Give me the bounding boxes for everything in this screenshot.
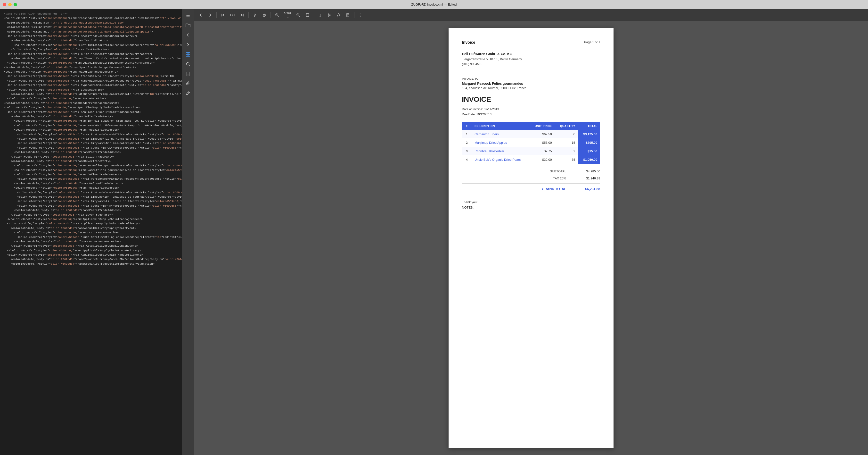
page-info: 1 / 1 — [228, 13, 237, 17]
search-icon[interactable] — [184, 60, 192, 68]
minimize-button[interactable] — [8, 3, 12, 6]
buyer-address: 184, chaussée de Tournai, 59000, Lille F… — [462, 86, 600, 90]
subtotal-value: $4,985.50 — [578, 169, 600, 173]
col-header-num: # — [462, 122, 472, 130]
tax-value: $1,246.38 — [578, 176, 600, 180]
toolbar-separator-1 — [216, 12, 217, 18]
sidebar: ☰ — [182, 9, 194, 455]
forward-icon[interactable] — [184, 40, 192, 49]
invoice-to-section: INVOICE TO: Margaret Peacock Folies gour… — [462, 77, 600, 90]
row-quantity: 50 — [555, 130, 578, 138]
hand-tool-button[interactable] — [260, 11, 268, 19]
toolbar-separator-4 — [314, 12, 314, 18]
tax-label: TAX 25% — [532, 176, 566, 180]
thank-you-text: Thank you! — [462, 200, 600, 205]
grand-total-row: GRAND TOTAL $6,231.88 — [462, 185, 600, 193]
table-row: 3 Rhönbräu Klosterbier $7.75 2 $15.50 — [462, 147, 600, 155]
col-header-total: TOTAL — [578, 122, 600, 130]
svg-point-12 — [361, 13, 361, 14]
more-options-button[interactable] — [357, 11, 365, 19]
row-quantity: 35 — [555, 155, 578, 164]
totals-section: SUBTOTAL $4,985.50 TAX 25% $1,246.38 GRA… — [462, 168, 600, 193]
row-desc: Rhönbräu Klosterbier — [472, 147, 529, 155]
sidebar-toggle-icon[interactable]: ☰ — [184, 11, 192, 20]
due-date-value: 10/12/2013 — [476, 113, 492, 116]
toolbar-separator-2 — [248, 12, 249, 18]
col-header-unit-price: UNIT PRICE — [529, 122, 555, 130]
date-of-invoice-row: Date of Invoice: 09/14/2013 — [462, 107, 600, 112]
buyer-name: Margaret Peacock Folies gourmandes — [462, 82, 600, 85]
back-icon[interactable] — [184, 31, 192, 39]
pdf-back-button[interactable] — [197, 11, 205, 19]
invoice-to-label: INVOICE TO: — [462, 77, 600, 80]
zoom-out-button[interactable] — [294, 11, 302, 19]
table-row: 1 Carnarvon Tigers $62.50 50 $3,125.00 — [462, 130, 600, 138]
tax-row: TAX 25% $1,246.38 — [462, 175, 600, 182]
open-file-icon[interactable] — [184, 21, 192, 30]
scissors-tool-button[interactable] — [326, 11, 333, 19]
bookmark-icon[interactable] — [184, 69, 192, 78]
col-header-desc: DESCRIPTION — [472, 122, 529, 130]
row-quantity: 15 — [555, 138, 578, 147]
row-unit-price: $30.00 — [529, 155, 555, 164]
row-unit-price: $53.00 — [529, 138, 555, 147]
titlebar: ZUGFeRD-invoice.xml — Edited — [0, 0, 868, 9]
invoice-dates: Date of Invoice: 09/14/2013 Due Date: 10… — [462, 107, 600, 117]
seller-address: Tiergartenstraße 5, 10785, Berlin German… — [462, 57, 600, 62]
text-tool-button[interactable] — [316, 11, 324, 19]
attachment-icon[interactable] — [184, 79, 192, 88]
row-desc: Uncle Bob's Organic Dried Pears — [472, 155, 529, 164]
row-num: 2 — [462, 138, 472, 147]
xml-editor-panel[interactable]: <?xml version="1.0" encoding="utf-8"?><c… — [0, 9, 182, 455]
first-page-button[interactable] — [219, 11, 227, 19]
close-button[interactable] — [3, 3, 6, 6]
seller-phone: (010) 9984510 — [462, 62, 600, 66]
fit-page-button[interactable] — [304, 11, 311, 19]
person-tool-button[interactable] — [335, 11, 343, 19]
svg-rect-1 — [188, 52, 190, 54]
due-date-row: Due Date: 10/12/2013 — [462, 112, 600, 117]
maximize-button[interactable] — [13, 3, 17, 6]
table-header: # DESCRIPTION UNIT PRICE QUANTITY TOTAL — [462, 122, 600, 130]
subtotal-label: SUBTOTAL — [532, 169, 566, 173]
notes-label: NOTES: — [462, 205, 600, 210]
svg-point-8 — [328, 13, 329, 15]
invoice-header-row: Invoice Page 1 of 1 — [462, 40, 600, 45]
svg-rect-0 — [186, 52, 188, 54]
row-num: 4 — [462, 155, 472, 164]
window-controls — [3, 3, 17, 6]
pdf-forward-button[interactable] — [206, 11, 214, 19]
pdf-content-area[interactable]: Invoice Page 1 of 1 Heli Süßwaren GmbH &… — [194, 21, 868, 455]
last-page-button[interactable] — [238, 11, 246, 19]
svg-point-10 — [338, 13, 339, 15]
cursor-tool-button[interactable] — [251, 11, 259, 19]
zoom-in-button[interactable] — [273, 11, 281, 19]
pdf-toolbar: 1 / 1 — [194, 9, 868, 21]
svg-point-9 — [328, 16, 329, 17]
invoice-page: Invoice Page 1 of 1 Heli Süßwaren GmbH &… — [448, 28, 614, 448]
date-of-invoice-label: Date of Invoice: — [462, 108, 483, 111]
row-desc: Manjimup Dried Apples — [472, 138, 529, 147]
toolbar-separator-5 — [354, 12, 354, 18]
seller-name: Heli Süßwaren GmbH & Co. KG — [462, 52, 600, 56]
row-desc: Carnarvon Tigers — [472, 130, 529, 138]
pdf-viewer-panel: 1 / 1 — [194, 9, 868, 455]
row-num: 1 — [462, 130, 472, 138]
invoice-table: # DESCRIPTION UNIT PRICE QUANTITY TOTAL … — [462, 122, 600, 164]
invoice-main-heading: INVOICE — [462, 95, 600, 104]
table-body: 1 Carnarvon Tigers $62.50 50 $3,125.00 2… — [462, 130, 600, 164]
document-tool-button[interactable] — [344, 11, 352, 19]
table-row: 4 Uncle Bob's Organic Dried Pears $30.00… — [462, 155, 600, 164]
seller-info: Heli Süßwaren GmbH & Co. KG Tiergartenst… — [462, 52, 600, 66]
main-container: <?xml version="1.0" encoding="utf-8"?><c… — [0, 9, 868, 455]
grid-view-icon[interactable] — [184, 50, 192, 59]
annotation-icon[interactable] — [184, 89, 192, 97]
subtotal-row: SUBTOTAL $4,985.50 — [462, 168, 600, 175]
svg-rect-2 — [186, 55, 188, 56]
svg-rect-3 — [188, 55, 190, 56]
grand-total-value: $6,231.88 — [578, 187, 600, 191]
row-unit-price: $7.75 — [529, 147, 555, 155]
row-total: $795.00 — [578, 138, 600, 147]
page-info-display: Page 1 of 1 — [584, 40, 600, 44]
totals-divider — [462, 183, 600, 183]
